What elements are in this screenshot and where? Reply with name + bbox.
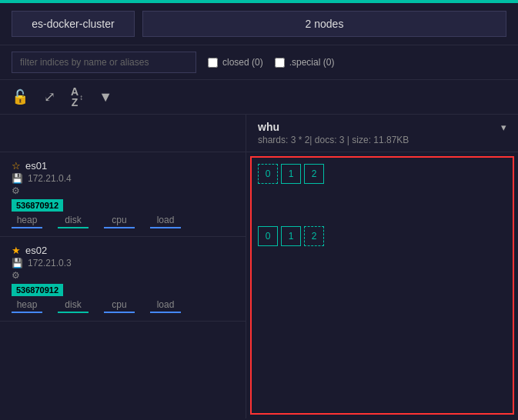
header-row: es-docker-cluster 2 nodes bbox=[0, 3, 518, 45]
special-checkbox-group: .special (0) bbox=[275, 57, 335, 68]
metric-disk-es01: disk bbox=[58, 215, 89, 228]
shard-row-es02: 0 1 2 bbox=[258, 226, 506, 246]
node-ip-es02: 💾 172.21.0.3 bbox=[12, 258, 234, 268]
node-metrics-es01: heap disk cpu load bbox=[12, 215, 234, 228]
nodes-panel: ☆ es01 💾 172.21.0.4 ⚙ 536870912 heap dis… bbox=[0, 152, 246, 418]
heap-bar-es01 bbox=[12, 227, 42, 228]
cluster-name[interactable]: es-docker-cluster bbox=[12, 11, 135, 37]
badge-es01: 536870912 bbox=[12, 199, 63, 212]
index-header: whu ▾ shards: 3 * 2| docs: 3 | size: 11.… bbox=[0, 115, 518, 152]
hdd-icon-es01: 💾 bbox=[12, 173, 23, 184]
node-extra-es02: ⚙ bbox=[12, 270, 234, 281]
shard-1-es01[interactable]: 1 bbox=[281, 164, 301, 184]
shard-0-es01[interactable]: 0 bbox=[258, 164, 278, 184]
load-bar-es01 bbox=[150, 227, 181, 228]
lock-icon[interactable]: 🔓 bbox=[12, 88, 28, 105]
shard-0-es02[interactable]: 0 bbox=[258, 226, 278, 246]
badge-es02: 536870912 bbox=[12, 284, 63, 296]
load-bar-es02 bbox=[150, 312, 181, 313]
index-dropdown-arrow[interactable]: ▾ bbox=[501, 122, 506, 133]
node-ip-es01: 💾 172.21.0.4 bbox=[12, 173, 234, 184]
shard-row-es01: 0 1 2 bbox=[258, 164, 506, 184]
node-extra-es01: ⚙ bbox=[12, 185, 234, 196]
node-label-es02: es02 bbox=[25, 245, 47, 256]
disk-bar-es02 bbox=[58, 312, 89, 313]
node-metrics-es02: heap disk cpu load bbox=[12, 299, 234, 313]
shards-panel: 0 1 2 0 1 2 bbox=[246, 152, 518, 418]
closed-checkbox-group: closed (0) bbox=[208, 57, 263, 68]
hdd-icon-es02: 💾 bbox=[12, 258, 23, 268]
index-stats: shards: 3 * 2| docs: 3 | size: 11.87KB bbox=[258, 135, 506, 145]
dropdown-icon[interactable]: ▼ bbox=[99, 89, 112, 105]
index-name: whu bbox=[258, 121, 279, 133]
shard-1-es02[interactable]: 1 bbox=[281, 226, 301, 246]
metric-cpu-es02: cpu bbox=[104, 299, 135, 313]
metric-cpu-es01: cpu bbox=[104, 215, 135, 228]
node-row-es02: ★ es02 💾 172.21.0.3 ⚙ 536870912 heap dis… bbox=[0, 237, 246, 322]
ip-es02: 172.21.0.3 bbox=[28, 258, 72, 268]
special-checkbox[interactable] bbox=[275, 58, 285, 68]
nodes-count[interactable]: 2 nodes bbox=[142, 11, 506, 37]
cpu-bar-es02 bbox=[104, 312, 135, 313]
filter-row: closed (0) .special (0) bbox=[0, 45, 518, 80]
node-name-es01: ☆ es01 bbox=[12, 160, 234, 172]
toolbar-row: 🔓 ⤢ AZ ↕ ▼ bbox=[0, 80, 518, 115]
metric-load-es02: load bbox=[150, 299, 181, 313]
metric-heap-es02: heap bbox=[12, 299, 42, 313]
node-label-es01: es01 bbox=[25, 160, 47, 172]
cpu-bar-es01 bbox=[104, 227, 135, 228]
shard-2-es01[interactable]: 2 bbox=[304, 164, 324, 184]
shard-2-es02[interactable]: 2 bbox=[304, 226, 324, 246]
node-row: ☆ es01 💾 172.21.0.4 ⚙ 536870912 heap dis… bbox=[0, 152, 246, 237]
special-label: .special (0) bbox=[289, 57, 335, 68]
index-header-right: whu ▾ shards: 3 * 2| docs: 3 | size: 11.… bbox=[246, 115, 518, 152]
index-header-left bbox=[0, 115, 246, 152]
metric-disk-es02: disk bbox=[58, 299, 89, 313]
sort-icon[interactable]: AZ ↕ bbox=[71, 86, 83, 108]
ip-es01: 172.21.0.4 bbox=[28, 173, 72, 184]
metric-heap-es01: heap bbox=[12, 215, 42, 228]
node-name-es02: ★ es02 bbox=[12, 245, 234, 256]
expand-icon[interactable]: ⤢ bbox=[44, 88, 55, 105]
shards-container: 0 1 2 0 1 2 bbox=[246, 152, 518, 264]
heap-bar-es02 bbox=[12, 312, 42, 313]
metric-load-es01: load bbox=[150, 215, 181, 228]
filter-input[interactable] bbox=[12, 52, 196, 73]
closed-label: closed (0) bbox=[222, 57, 263, 68]
star-icon-es02: ★ bbox=[12, 245, 21, 256]
disk-bar-es01 bbox=[58, 227, 89, 228]
main-content: ☆ es01 💾 172.21.0.4 ⚙ 536870912 heap dis… bbox=[0, 152, 518, 418]
closed-checkbox[interactable] bbox=[208, 58, 218, 68]
star-icon-es01: ☆ bbox=[12, 160, 21, 172]
